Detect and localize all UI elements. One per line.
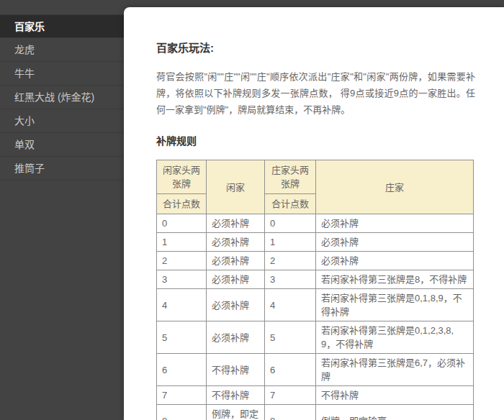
table-cell: 必须补牌 (207, 214, 265, 233)
table-cell: 5 (157, 321, 207, 354)
table-cell: 7 (265, 386, 316, 405)
header-banker: 庄家 (316, 160, 474, 214)
header-player-total-points: 合计点数 (157, 194, 207, 214)
table-cell: 若闲家补得第三张牌是6,7，必须补牌 (316, 354, 474, 386)
table-cell: 5 (265, 321, 316, 354)
table-row: 6 不得补牌 6 若闲家补得第三张牌是6,7，必须补牌 (157, 354, 474, 386)
sidebar-item-push-tube[interactable]: 推筒子 (0, 157, 124, 181)
table-cell: 7 (157, 386, 207, 405)
rules-description: 荷官会按照"闲""庄""闲""庄"顺序依次派出"庄家"和"闲家"两份牌，如果需要… (156, 68, 475, 118)
table-cell: 6 (157, 354, 207, 386)
table-cell: 必须补牌 (316, 214, 474, 233)
sidebar: 百家乐 龙虎 牛牛 红黑大战 (炸金花) 大小 单双 推筒子 (0, 14, 124, 181)
sidebar-item-baccarat[interactable]: 百家乐 (0, 14, 124, 38)
table-cell: 若闲家补得第三张牌是8，不得补牌 (316, 270, 474, 289)
table-cell: 8 (265, 405, 316, 420)
header-banker-total-points: 合计点数 (265, 194, 316, 214)
sidebar-item-niuniu[interactable]: 牛牛 (0, 62, 124, 86)
table-cell: 不得补牌 (316, 386, 474, 405)
table-cell: 必须补牌 (316, 252, 474, 270)
page-title: 百家乐玩法: (156, 40, 475, 55)
header-banker-two-cards: 庄家头两张牌 (265, 160, 316, 194)
table-cell: 1 (265, 233, 316, 252)
table-row: 2 必须补牌 2 必须补牌 (157, 252, 474, 270)
section-heading: 补牌规则 (156, 133, 475, 147)
table-row: 4 必须补牌 4 若闲家补得第三张牌是0,1,8,9，不得补牌 (157, 289, 474, 321)
table-cell: 6 (265, 354, 316, 386)
table-cell: 必须补牌 (316, 233, 474, 252)
table-row: 0 必须补牌 0 必须补牌 (157, 214, 474, 233)
sidebar-item-odd-even[interactable]: 单双 (0, 133, 124, 157)
table-cell: 3 (157, 270, 207, 289)
table-row: 7 不得补牌 7 不得补牌 (157, 386, 474, 405)
table-cell: 4 (157, 289, 207, 321)
table-cell: 8 (157, 405, 207, 420)
table-cell: 必须补牌 (207, 270, 265, 289)
table-cell: 必须补牌 (207, 252, 265, 270)
sidebar-item-dragon-tiger[interactable]: 龙虎 (0, 38, 124, 62)
table-cell: 2 (157, 252, 207, 270)
table-cell: 若闲家补得第三张牌是0,1,8,9，不得补牌 (316, 289, 474, 321)
header-player: 闲家 (207, 160, 265, 214)
table-cell: 4 (265, 289, 316, 321)
content-panel: 百家乐玩法: 荷官会按照"闲""庄""闲""庄"顺序依次派出"庄家"和"闲家"两… (124, 7, 504, 420)
table-row: 3 必须补牌 3 若闲家补得第三张牌是8，不得补牌 (157, 270, 474, 289)
header-player-two-cards: 闲家头两张牌 (157, 160, 207, 194)
drawing-rules-table: 闲家头两张牌 闲家 庄家头两张牌 庄家 合计点数 合计点数 0 必须补牌 0 必… (156, 160, 474, 420)
table-cell: 必须补牌 (207, 289, 265, 321)
table-cell: 必须补牌 (207, 321, 265, 354)
table-cell: 不得补牌 (207, 354, 265, 386)
table-cell: 3 (265, 270, 316, 289)
table-cell: 例牌，即定输赢 (316, 405, 474, 420)
table-cell: 0 (157, 214, 207, 233)
table-cell: 不得补牌 (207, 386, 265, 405)
table-cell: 必须补牌 (207, 233, 265, 252)
table-cell: 若闲家补得第三张牌是0,1,2,3,8,9，不得补牌 (316, 321, 474, 354)
table-row: 5 必须补牌 5 若闲家补得第三张牌是0,1,2,3,8,9，不得补牌 (157, 321, 474, 354)
table-cell: 例牌，即定输赢 (207, 405, 265, 420)
table-cell: 2 (265, 252, 316, 270)
sidebar-item-red-black-war[interactable]: 红黑大战 (炸金花) (0, 86, 124, 109)
sidebar-item-big-small[interactable]: 大小 (0, 109, 124, 133)
table-cell: 0 (265, 214, 316, 233)
table-row: 1 必须补牌 1 必须补牌 (157, 233, 474, 252)
table-row: 8 例牌，即定输赢 8 例牌，即定输赢 (157, 405, 474, 420)
table-cell: 1 (157, 233, 207, 252)
